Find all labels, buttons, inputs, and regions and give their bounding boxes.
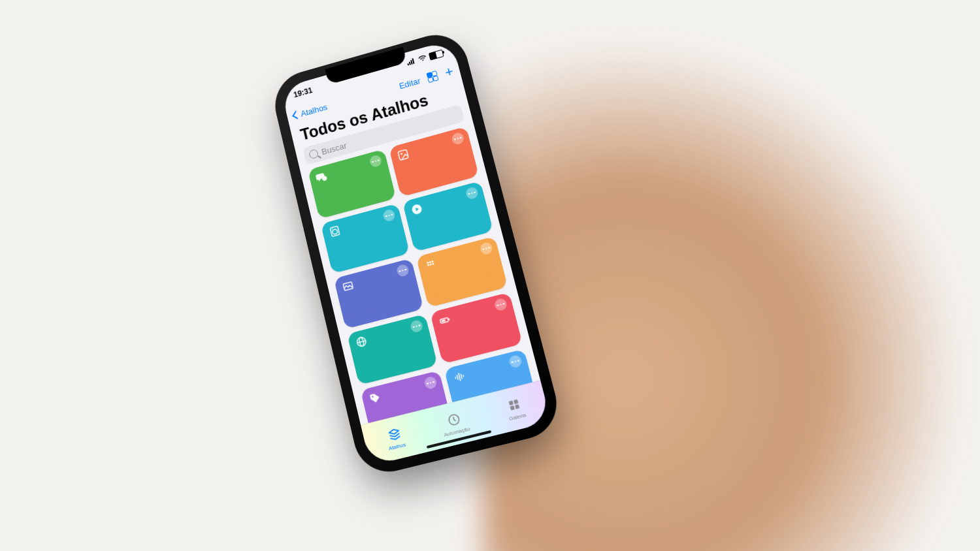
- svg-point-9: [332, 228, 333, 230]
- tab-icon: [446, 411, 462, 429]
- chat-icon: [315, 170, 329, 184]
- svg-rect-32: [510, 405, 515, 410]
- card-more-button[interactable]: [451, 131, 465, 146]
- washer-icon: [328, 225, 342, 239]
- svg-rect-27: [461, 374, 463, 379]
- tag-icon: [368, 391, 382, 405]
- add-button[interactable]: +: [444, 64, 455, 80]
- svg-rect-22: [441, 319, 446, 322]
- layout-grid-icon[interactable]: [427, 71, 439, 83]
- svg-rect-1: [409, 61, 411, 65]
- card-label: Timer para Lavar Roupa: [334, 234, 402, 267]
- stage: 19:31 Atalhos: [0, 0, 980, 551]
- globe-icon: [355, 335, 368, 349]
- svg-point-6: [400, 153, 403, 155]
- battery-icon: [429, 50, 444, 61]
- battery-icon: [438, 313, 452, 328]
- svg-point-16: [429, 263, 432, 266]
- card-label: Chamar no WhatsApp: [321, 180, 389, 212]
- signal-icon: [406, 56, 417, 67]
- play-icon: [410, 202, 424, 217]
- svg-rect-25: [457, 375, 459, 380]
- svg-rect-28: [463, 375, 464, 377]
- svg-point-17: [432, 262, 434, 265]
- edit-button[interactable]: Editar: [398, 76, 421, 91]
- device-screen: 19:31 Atalhos: [280, 40, 551, 466]
- svg-rect-24: [455, 377, 456, 379]
- card-more-button[interactable]: [382, 208, 396, 223]
- grid-icon: [423, 257, 438, 272]
- wave-icon: [451, 370, 466, 384]
- card-more-button[interactable]: [368, 154, 382, 168]
- search-placeholder: Buscar: [321, 140, 348, 156]
- card-label: Música do Instagram: [347, 289, 416, 322]
- svg-point-12: [427, 262, 429, 264]
- card-label: Carregamento Rápido: [444, 324, 515, 357]
- svg-rect-0: [407, 63, 409, 65]
- chevron-left-icon: [292, 111, 301, 119]
- tab-icon: [506, 396, 523, 414]
- svg-rect-2: [410, 60, 413, 65]
- card-more-button[interactable]: [423, 375, 438, 390]
- card-label: Converter Fotos em GIF: [430, 268, 500, 301]
- image-icon: [396, 148, 410, 162]
- iphone-frame: 19:31 Atalhos: [273, 32, 559, 474]
- card-more-button[interactable]: [396, 263, 410, 277]
- photo-icon: [341, 279, 355, 293]
- phone-wrapper: 19:31 Atalhos: [314, 46, 510, 454]
- svg-point-14: [431, 260, 434, 263]
- card-more-button[interactable]: [479, 242, 493, 256]
- card-more-button[interactable]: [465, 186, 479, 200]
- card-more-button[interactable]: [410, 319, 424, 334]
- search-icon: [308, 149, 319, 160]
- status-time: 19:31: [293, 86, 313, 99]
- card-more-button[interactable]: [493, 297, 508, 311]
- svg-rect-31: [514, 399, 518, 403]
- svg-rect-33: [515, 404, 519, 409]
- card-more-button[interactable]: [508, 354, 523, 368]
- wifi-icon: [417, 54, 429, 65]
- svg-point-8: [332, 229, 338, 235]
- tab-icon: [386, 426, 402, 444]
- back-label: Atalhos: [300, 102, 329, 118]
- svg-point-15: [427, 264, 430, 266]
- svg-rect-30: [509, 400, 514, 405]
- svg-point-13: [429, 261, 432, 264]
- svg-rect-7: [330, 226, 339, 236]
- hand-shadow: [483, 26, 954, 551]
